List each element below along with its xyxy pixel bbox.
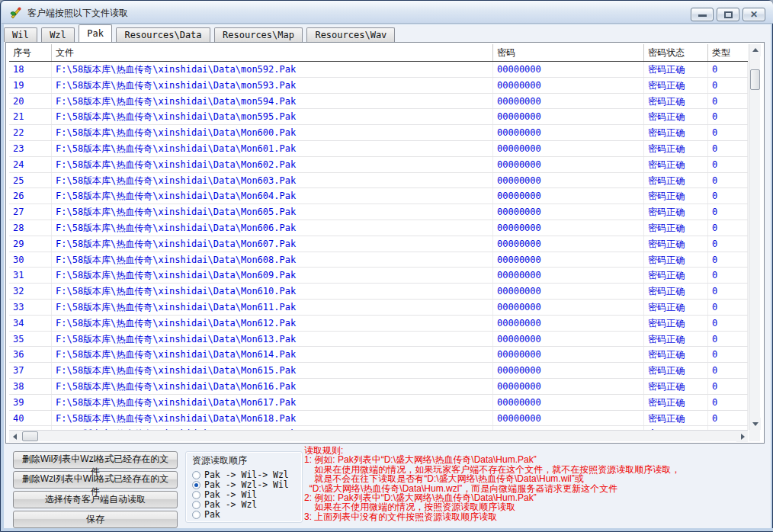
- cell-file: F:\58版本库\热血传奇\xinshidai\Data\Mon607.Pak: [52, 236, 493, 252]
- table-row[interactable]: 20 F:\58版本库\热血传奇\xinshidai\Data\mon594.P…: [9, 94, 748, 110]
- cell-password: 00000000: [493, 284, 644, 299]
- cell-file: F:\58版本库\热血传奇\xinshidai\Data\mon592.Pak: [52, 62, 493, 77]
- table-row[interactable]: 32 F:\58版本库\热血传奇\xinshidai\Data\Mon610.P…: [9, 284, 748, 300]
- column-header-status[interactable]: 密码状态: [644, 44, 708, 61]
- table-row[interactable]: 35 F:\58版本库\热血传奇\xinshidai\Data\Mon613.P…: [9, 332, 748, 348]
- maximize-icon[interactable]: [717, 8, 739, 21]
- action-button-label: 保存: [86, 514, 104, 524]
- column-header-index[interactable]: 序号: [9, 44, 52, 61]
- action-button[interactable]: 选择传奇客户端自动读取: [13, 491, 178, 508]
- tab-page: 序号 文件 密码 密码状态 类型 18 F:\58版本库\热血传奇\xinshi…: [5, 42, 765, 444]
- cell-type: 0: [708, 252, 748, 268]
- table-row[interactable]: 40 F:\58版本库\热血传奇\xinshidai\Data\Mon618.P…: [9, 411, 748, 427]
- minimize-icon[interactable]: [691, 8, 714, 21]
- action-button[interactable]: 保存: [13, 511, 178, 528]
- cell-status: 密码正确: [644, 204, 708, 220]
- cell-status: 密码正确: [644, 173, 708, 188]
- window-controls: ✕: [691, 8, 765, 21]
- cell-file: F:\58版本库\热血传奇\xinshidai\Data\Mon602.Pak: [52, 157, 493, 172]
- table-row[interactable]: 34 F:\58版本库\热血传奇\xinshidai\Data\Mon612.P…: [9, 316, 748, 332]
- scrollbar-corner: [749, 430, 760, 441]
- column-header-password[interactable]: 密码: [493, 44, 644, 61]
- scroll-right-button[interactable]: [736, 431, 748, 442]
- table-row[interactable]: 29 F:\58版本库\热血传奇\xinshidai\Data\Mon607.P…: [9, 236, 748, 252]
- horizontal-scroll-thumb[interactable]: [22, 431, 38, 441]
- column-header-type[interactable]: 类型: [708, 44, 748, 61]
- column-header-file[interactable]: 文件: [52, 44, 493, 61]
- table-row[interactable]: 38 F:\58版本库\热血传奇\xinshidai\Data\Mon616.P…: [9, 379, 748, 395]
- horizontal-scrollbar[interactable]: [9, 430, 748, 441]
- table-row[interactable]: 22 F:\58版本库\热血传奇\xinshidai\Data\Mon600.P…: [9, 125, 748, 141]
- cell-password: 00000000: [493, 363, 644, 378]
- vertical-scrollbar[interactable]: [749, 44, 760, 430]
- table-row[interactable]: 21 F:\58版本库\热血传奇\xinshidai\Data\mon595.P…: [9, 109, 748, 125]
- cell-index: 35: [9, 332, 52, 347]
- scroll-up-button[interactable]: [749, 44, 761, 56]
- rule-line: 就是不会在往下读取是否有“D:\盛大网络\热血传奇\Data\Hum.wil”或: [304, 474, 680, 483]
- radio-icon[interactable]: [192, 491, 200, 499]
- cell-status: 密码正确: [644, 268, 708, 283]
- cell-password: 00000000: [493, 141, 644, 156]
- cell-password: 00000000: [493, 268, 644, 283]
- cell-status: 密码正确: [644, 379, 708, 394]
- radio-icon[interactable]: [192, 501, 200, 509]
- table-row[interactable]: 37 F:\58版本库\热血传奇\xinshidai\Data\Mon615.P…: [9, 363, 748, 379]
- tab[interactable]: Pak: [79, 24, 112, 42]
- tab[interactable]: Resources\Map: [214, 27, 303, 42]
- table-row[interactable]: 19 F:\58版本库\热血传奇\xinshidai\Data\mon593.P…: [9, 78, 748, 94]
- table-row[interactable]: 31 F:\58版本库\热血传奇\xinshidai\Data\Mon609.P…: [9, 268, 748, 284]
- cell-index: 28: [9, 220, 52, 236]
- cell-password: 00000000: [493, 157, 644, 172]
- app-icon: [9, 5, 23, 19]
- tab-label: Resources\Wav: [315, 30, 386, 40]
- titlebar[interactable]: 客户端按照以下文件读取 ✕: [2, 1, 773, 24]
- table-row[interactable]: 28 F:\58版本库\热血传奇\xinshidai\Data\Mon606.P…: [9, 220, 748, 236]
- cell-index: 38: [9, 379, 52, 394]
- table-row[interactable]: 39 F:\58版本库\热血传奇\xinshidai\Data\Mon617.P…: [9, 395, 748, 411]
- cell-index: 31: [9, 268, 52, 283]
- cell-type: 0: [708, 220, 748, 236]
- cell-index: 36: [9, 347, 52, 362]
- cell-status: 密码正确: [644, 411, 708, 426]
- tab[interactable]: Resources\Data: [116, 27, 210, 42]
- radio-icon[interactable]: [192, 471, 200, 479]
- table-row[interactable]: 23 F:\58版本库\热血传奇\xinshidai\Data\Mon601.P…: [9, 141, 748, 157]
- table-row[interactable]: 25 F:\58版本库\热血传奇\xinshidai\Data\Mon603.P…: [9, 173, 748, 189]
- cell-file: F:\58版本库\热血传奇\xinshidai\Data\Mon605.Pak: [52, 204, 493, 220]
- close-icon[interactable]: ✕: [743, 8, 765, 21]
- table-row[interactable]: 26 F:\58版本库\热血传奇\xinshidai\Data\Mon604.P…: [9, 188, 748, 204]
- cell-status: 密码正确: [644, 78, 708, 93]
- tab[interactable]: Wzl: [41, 27, 75, 42]
- radio-option[interactable]: Pak: [192, 510, 289, 520]
- cell-index: 30: [9, 252, 52, 268]
- cell-index: 21: [9, 109, 52, 124]
- scroll-left-button[interactable]: [9, 431, 21, 442]
- vertical-scroll-thumb[interactable]: [750, 69, 760, 90]
- table-row[interactable]: 36 F:\58版本库\热血传奇\xinshidai\Data\Mon614.P…: [9, 347, 748, 363]
- scroll-up-icon: [752, 48, 759, 52]
- cell-type: 0: [708, 395, 748, 410]
- cell-type: 0: [708, 268, 748, 283]
- action-button[interactable]: 删除Wzl列表中Wil格式已经存在的文件: [13, 471, 178, 489]
- tab-label: Wil: [12, 30, 29, 40]
- action-button[interactable]: 删除Wil列表中Wzl格式已经存在的文件: [13, 451, 178, 469]
- table-row[interactable]: 18 F:\58版本库\热血传奇\xinshidai\Data\mon592.P…: [9, 62, 748, 78]
- cell-status: 密码正确: [644, 157, 708, 172]
- radio-icon[interactable]: [192, 511, 200, 519]
- tab[interactable]: Resources\Wav: [306, 27, 395, 42]
- cell-status: 密码正确: [644, 62, 708, 77]
- cell-status: 密码正确: [644, 188, 708, 204]
- cell-type: 0: [708, 94, 748, 109]
- cell-file: F:\58版本库\热血传奇\xinshidai\Data\Mon612.Pak: [52, 316, 493, 331]
- table-row[interactable]: 27 F:\58版本库\热血传奇\xinshidai\Data\Mon605.P…: [9, 204, 748, 220]
- app-window: 客户端按照以下文件读取 ✕ Wil Wzl Pak: [0, 0, 773, 532]
- cell-password: 00000000: [493, 173, 644, 188]
- window-title: 客户端按照以下文件读取: [27, 7, 128, 20]
- radio-icon[interactable]: [192, 481, 200, 489]
- tab[interactable]: Wil: [4, 27, 37, 42]
- cell-password: 00000000: [493, 300, 644, 315]
- table-row[interactable]: 33 F:\58版本库\热血传奇\xinshidai\Data\Mon611.P…: [9, 300, 748, 316]
- table-row[interactable]: 30 F:\58版本库\热血传奇\xinshidai\Data\Mon608.P…: [9, 252, 748, 268]
- table-row[interactable]: 24 F:\58版本库\热血传奇\xinshidai\Data\Mon602.P…: [9, 157, 748, 173]
- scroll-down-button[interactable]: [749, 418, 761, 430]
